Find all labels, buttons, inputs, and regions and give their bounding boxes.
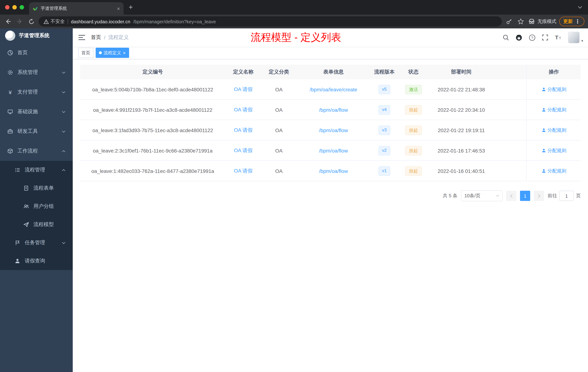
definition-category: OA (261, 120, 297, 140)
user-menu[interactable]: ▼ (568, 32, 584, 43)
sidebar-item-system[interactable]: 系统管理 (0, 63, 73, 82)
definition-id: oa_leave:5:004b710b-7b8a-11ec-8ef0-acde4… (80, 79, 225, 99)
definition-category: OA (261, 141, 297, 161)
sidebar-item-process-form[interactable]: 流程表单 (0, 179, 73, 197)
page-number-button[interactable]: 1 (520, 191, 530, 201)
prev-page-button[interactable] (506, 191, 516, 201)
browser-update-button[interactable]: 更新 ⋮ (559, 17, 584, 26)
incognito-icon (528, 18, 535, 25)
breadcrumb-home[interactable]: 首页 (91, 34, 101, 41)
definition-name-link[interactable]: OA 请假 (234, 107, 253, 113)
page-size-select[interactable]: 10条/页 (461, 190, 503, 201)
sidebar-item-user-groups[interactable]: 用户分组 (0, 197, 73, 216)
browser-tab[interactable]: 芋道管理系统 × (29, 2, 124, 15)
chevron-down-icon (62, 71, 65, 74)
definition-name-link[interactable]: OA 请假 (234, 86, 253, 93)
back-icon[interactable] (4, 17, 12, 26)
tab-list-chevron-icon[interactable] (578, 6, 582, 9)
app-logo[interactable]: 芋道管理系统 (0, 28, 73, 43)
close-window-button[interactable] (5, 5, 10, 10)
security-warning[interactable]: 不安全 (44, 18, 65, 25)
assign-rule-link[interactable]: 分配规则 (541, 107, 566, 113)
definition-name-link[interactable]: OA 请假 (234, 127, 253, 133)
breadcrumb: 首页 / 流程定义 (91, 34, 129, 41)
version-badge: v1 (378, 166, 390, 176)
tag-process-definition[interactable]: 流程定义 × (96, 48, 129, 58)
github-icon[interactable] (515, 34, 523, 41)
sidebar-item-payment[interactable]: ¥ 支付管理 (0, 82, 73, 102)
password-key-icon[interactable] (505, 17, 514, 26)
definition-name-link[interactable]: OA 请假 (234, 168, 253, 174)
table-row: oa_leave:2:3c1f0ef1-76b1-11ec-9c66-a2380… (80, 141, 581, 161)
column-header: 表单信息 (297, 65, 370, 79)
version-badge: v3 (378, 125, 390, 135)
tag-label: 流程定义 (104, 50, 121, 56)
table-body: oa_leave:5:004b710b-7b8a-11ec-8ef0-acde4… (80, 79, 581, 181)
tab-favicon-icon (33, 6, 38, 11)
person-icon (15, 258, 20, 264)
definition-category: OA (261, 79, 297, 99)
tab-close-icon[interactable]: × (117, 5, 120, 11)
search-icon[interactable] (503, 34, 509, 41)
browser-titlebar: 芋道管理系统 × + (0, 0, 588, 15)
breadcrumb-current: 流程定义 (108, 34, 129, 41)
tag-close-icon[interactable]: × (123, 50, 126, 55)
version-badge: v2 (378, 146, 390, 155)
sidebar-item-infrastructure[interactable]: 基础设施 (0, 102, 73, 121)
url-bar[interactable]: 不安全 dashboard.yudao.iocoder.cn/bpm/manag… (39, 16, 502, 27)
sidebar-item-label: 系统管理 (17, 69, 38, 76)
form-info-link[interactable]: /bpm/oa/leave/create (310, 87, 357, 92)
definition-table: 定义编号 定义名称 定义分类 表单信息 流程版本 状态 部署时间 操作 oa_l… (80, 65, 581, 181)
sidebar-item-label: 任务管理 (25, 240, 45, 246)
sidebar-item-label: 工作流程 (17, 148, 38, 154)
goto-page-input[interactable] (559, 191, 574, 201)
sidebar-item-label: 流程管理 (25, 167, 45, 173)
sidebar-item-process-management[interactable]: 流程管理 (0, 161, 73, 179)
page-body: 定义编号 定义名称 定义分类 表单信息 流程版本 状态 部署时间 操作 oa_l… (73, 59, 588, 372)
avatar[interactable] (568, 32, 580, 43)
new-tab-button[interactable]: + (129, 3, 133, 11)
page-title: 流程模型 - 定义列表 (251, 31, 341, 44)
sidebar-item-home[interactable]: 首页 (0, 43, 73, 63)
assign-rule-link[interactable]: 分配规则 (541, 86, 566, 93)
sidebar-item-workflow[interactable]: 工作流程 (0, 141, 73, 161)
assign-rule-link[interactable]: 分配规则 (541, 168, 566, 174)
sidebar-item-leave-query[interactable]: 请假查询 (0, 252, 73, 270)
next-page-button[interactable] (534, 191, 544, 201)
goto-page: 前往 页 (548, 191, 581, 201)
column-header: 操作 (526, 65, 581, 79)
fullscreen-icon[interactable] (542, 34, 548, 41)
reload-icon[interactable] (27, 17, 36, 26)
sidebar-item-label: 请假查询 (25, 258, 45, 264)
zoom-window-button[interactable] (20, 5, 24, 10)
update-label: 更新 (563, 18, 573, 25)
browser-menu-icon[interactable]: ⋮ (575, 18, 580, 25)
assign-rule-link[interactable]: 分配规则 (541, 127, 566, 133)
column-header: 流程版本 (370, 65, 399, 79)
url-domain: dashboard.yudao.iocoder.cn (71, 19, 130, 24)
deploy-time: 2022-01-22 19:19:11 (428, 120, 494, 140)
form-info-link[interactable]: /bpm/oa/flow (319, 107, 348, 113)
forward-icon[interactable] (15, 17, 24, 26)
hamburger-icon[interactable] (76, 31, 88, 44)
sidebar-item-dev-tools[interactable]: 研发工具 (0, 121, 73, 141)
form-info-link[interactable]: /bpm/oa/flow (319, 148, 348, 153)
bookmark-star-icon[interactable] (516, 17, 525, 26)
user-icon (541, 148, 546, 153)
form-info-link[interactable]: /bpm/oa/flow (319, 168, 348, 174)
chevron-down-icon (62, 241, 65, 244)
tag-home[interactable]: 首页 (78, 48, 94, 58)
font-size-icon[interactable]: TT (555, 34, 562, 41)
sidebar-item-process-model[interactable]: 流程模型 (0, 216, 73, 234)
help-icon[interactable]: ? (529, 34, 536, 41)
minimize-window-button[interactable] (12, 5, 17, 10)
sidebar-item-task-management[interactable]: 任务管理 (0, 234, 73, 252)
chevron-up-icon (62, 169, 65, 171)
definition-name-link[interactable]: OA 请假 (234, 147, 253, 154)
form-info-link[interactable]: /bpm/oa/flow (319, 127, 348, 133)
row-spacer (494, 120, 526, 140)
caret-down-icon: ▼ (581, 39, 584, 43)
assign-rule-link[interactable]: 分配规则 (541, 147, 566, 154)
document-icon (23, 185, 29, 191)
table-row: oa_leave:5:004b710b-7b8a-11ec-8ef0-acde4… (80, 79, 581, 100)
